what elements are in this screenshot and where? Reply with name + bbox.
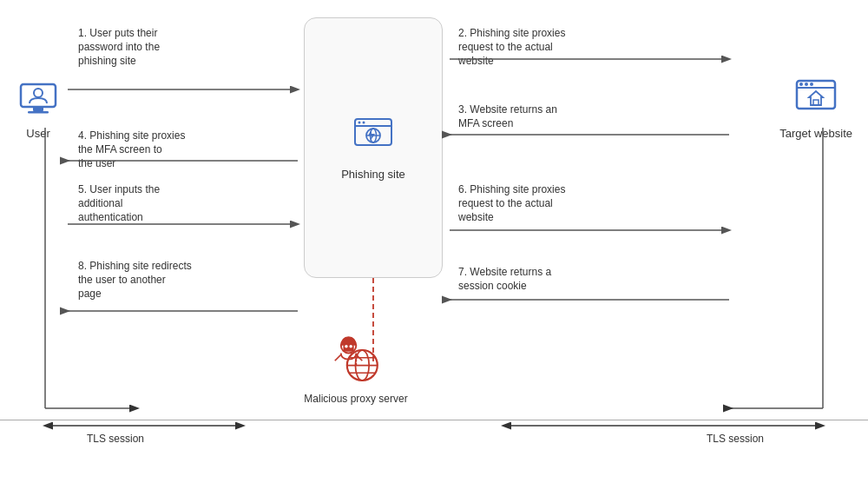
user-label: User (26, 127, 49, 140)
step-2: 2. Phishing site proxies request to the … (458, 26, 565, 69)
step-4: 4. Phishing site proxies the MFA screen … (78, 129, 185, 171)
svg-point-25 (349, 345, 352, 348)
step-3: 3. Website returns an MFA screen (458, 103, 557, 130)
user-icon (16, 74, 61, 122)
svg-rect-1 (33, 107, 43, 111)
hacker-actor: Malicious proxy server (304, 326, 407, 405)
svg-point-13 (363, 122, 365, 124)
svg-point-8 (810, 83, 813, 86)
step-5: 5. User inputs the additional authentica… (78, 182, 160, 225)
svg-rect-0 (21, 84, 56, 107)
svg-point-7 (805, 83, 808, 86)
svg-line-26 (335, 354, 341, 361)
phishing-label: Phishing site (341, 168, 405, 181)
svg-rect-2 (28, 111, 49, 114)
hacker-icon (326, 326, 386, 389)
phishing-icon (352, 115, 394, 159)
actor-target: Target website (779, 74, 852, 140)
step-8: 8. Phishing site redirects the user to a… (78, 259, 192, 301)
target-icon (793, 74, 838, 122)
bottom-divider (0, 420, 868, 421)
svg-point-6 (799, 83, 803, 86)
actor-user: User (16, 74, 61, 140)
tls-left-label: TLS session (87, 432, 144, 445)
step-6: 6. Phishing site proxies request to the … (458, 182, 565, 225)
malicious-label: Malicious proxy server (304, 393, 407, 405)
svg-point-24 (345, 345, 348, 348)
svg-rect-23 (343, 344, 353, 352)
target-label: Target website (779, 127, 852, 140)
phishing-box: Phishing site (304, 17, 443, 278)
svg-point-12 (358, 122, 361, 124)
diagram: User Target website (0, 0, 868, 483)
tls-right-label: TLS session (707, 432, 764, 445)
step-1: 1. User puts their password into the phi… (78, 26, 160, 69)
step-7: 7. Website returns a session cookie (458, 265, 551, 293)
svg-point-3 (34, 89, 43, 97)
